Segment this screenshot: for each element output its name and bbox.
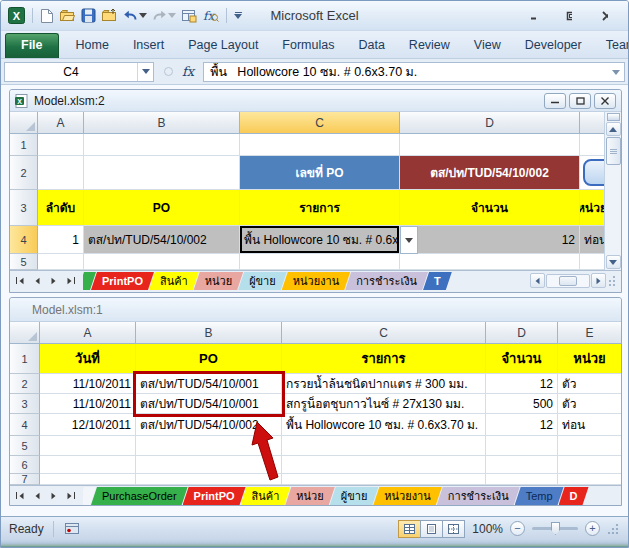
scroll-down-button[interactable] — [606, 255, 621, 269]
cell[interactable] — [38, 134, 84, 156]
previous-sheet-button[interactable] — [30, 273, 45, 288]
cell[interactable] — [136, 456, 282, 474]
row-header-4[interactable]: 4 — [10, 226, 38, 254]
cell[interactable] — [40, 474, 136, 485]
cell-unit[interactable]: ตัว — [558, 374, 621, 394]
open-folder-button[interactable] — [58, 7, 77, 24]
page-break-preview-button[interactable] — [442, 520, 465, 538]
ribbon-tab-review[interactable]: Review — [397, 34, 462, 58]
insert-function-icon[interactable]: fx — [182, 64, 194, 79]
cell[interactable] — [38, 254, 84, 270]
sheet-tab-หน่วยงาน[interactable]: หน่วยงาน — [282, 272, 350, 290]
header-qty[interactable]: จำนวน — [486, 344, 558, 374]
cell[interactable] — [558, 436, 621, 456]
h-scrollbar-track[interactable] — [546, 274, 590, 288]
vertical-scrollbar[interactable] — [604, 112, 621, 270]
cell-unit[interactable]: ท่อน — [558, 414, 621, 436]
column-header-b[interactable]: B — [136, 322, 282, 344]
ribbon-tab-team[interactable]: Team — [594, 34, 629, 58]
cell[interactable] — [136, 474, 282, 485]
select-all-corner[interactable] — [10, 322, 40, 344]
zoom-slider-thumb[interactable] — [551, 522, 560, 535]
sheet-tab-ผู้ขาย[interactable]: ผู้ขาย — [330, 487, 379, 505]
ribbon-tab-data[interactable]: Data — [346, 34, 396, 58]
ribbon-tab-home[interactable]: Home — [64, 34, 121, 58]
cell[interactable] — [486, 456, 558, 474]
cell[interactable] — [580, 134, 604, 156]
zoom-out-button[interactable]: − — [510, 521, 525, 536]
next-sheet-button[interactable] — [46, 273, 61, 288]
column-header-c[interactable]: C — [240, 112, 400, 134]
first-sheet-button[interactable] — [14, 488, 29, 503]
scroll-up-button[interactable] — [606, 122, 621, 136]
cell-date[interactable]: 12/10/2011 — [40, 414, 136, 436]
cell-date[interactable]: 11/10/2011 — [40, 374, 136, 394]
cell[interactable] — [282, 456, 486, 474]
cell[interactable] — [282, 474, 486, 485]
row-header-3[interactable]: 3 — [10, 190, 38, 226]
cell-po[interactable]: ตส/ปท/TUD/54/10/001 — [136, 394, 282, 414]
undo-button[interactable] — [122, 7, 148, 24]
previous-sheet-button[interactable] — [30, 488, 45, 503]
normal-view-button[interactable] — [398, 520, 421, 538]
cell[interactable] — [136, 436, 282, 456]
expand-formula-bar-icon[interactable] — [612, 70, 620, 75]
sheet-tab-การชำระเงิน[interactable]: การชำระเงิน — [345, 272, 428, 290]
po-number-cell[interactable]: ตส/ปท/TUD/54/10/002 — [400, 156, 580, 190]
scroll-left-button[interactable] — [530, 273, 545, 288]
zoom-slider-track[interactable] — [532, 527, 578, 530]
h-scrollbar-thumb[interactable] — [559, 276, 577, 286]
cell[interactable] — [558, 456, 621, 474]
macro-record-button[interactable] — [63, 521, 81, 536]
close-file-button[interactable] — [100, 7, 119, 24]
cell[interactable] — [40, 456, 136, 474]
header-po[interactable]: PO — [84, 190, 240, 226]
header-item[interactable]: รายการ — [240, 190, 400, 226]
cell[interactable] — [84, 254, 240, 270]
po-label-cell[interactable]: เลขที่ PO — [240, 156, 400, 190]
last-sheet-button[interactable] — [62, 273, 77, 288]
column-header-d[interactable]: D — [486, 322, 558, 344]
zoom-level[interactable]: 100% — [472, 522, 503, 536]
ribbon-tab-page-layout[interactable]: Page Layout — [176, 34, 270, 58]
sheet-tab-D[interactable]: D — [559, 487, 589, 505]
child-title-bar[interactable]: X Model.xlsm:2 — [10, 90, 621, 112]
cell-qty[interactable]: 12 — [400, 226, 580, 254]
row-header-6[interactable]: 6 — [10, 456, 40, 474]
cell-date[interactable]: 11/10/2011 — [40, 394, 136, 414]
cell[interactable] — [240, 254, 400, 270]
cell[interactable] — [400, 134, 580, 156]
header-no[interactable]: ลำดับ — [38, 190, 84, 226]
child-close-button[interactable] — [594, 93, 616, 109]
new-document-button[interactable] — [39, 7, 55, 25]
switch-windows-button[interactable] — [180, 7, 198, 24]
sheet-tab-ผู้ขาย[interactable]: ผู้ขาย — [238, 272, 287, 290]
save-button[interactable] — [80, 7, 97, 24]
cell-item[interactable]: กรวยน้ำล้นชนิดปากแตร # 300 มม. — [282, 374, 486, 394]
cell[interactable] — [580, 254, 604, 270]
ribbon-tab-developer[interactable]: Developer — [513, 34, 594, 58]
sheet-tab-สินค้า[interactable]: สินค้า — [241, 487, 291, 505]
cell-qty[interactable]: 500 — [486, 394, 558, 414]
column-header-d[interactable]: D — [400, 112, 580, 134]
cell[interactable] — [84, 134, 240, 156]
sheet-tab-หน่วย[interactable]: หน่วย — [285, 487, 334, 505]
cell[interactable] — [400, 254, 580, 270]
row-header-5[interactable]: 5 — [10, 254, 38, 270]
row-header-5[interactable]: 5 — [10, 436, 40, 456]
scroll-right-button[interactable] — [591, 273, 606, 288]
cell-unit[interactable]: ตัว — [558, 394, 621, 414]
ribbon-tab-file[interactable]: File — [5, 33, 59, 58]
resize-grip-icon[interactable] — [607, 275, 617, 287]
cell-unit[interactable]: ท่อน — [580, 226, 604, 254]
ribbon-tab-view[interactable]: View — [462, 34, 513, 58]
row-header-2[interactable]: 2 — [10, 156, 38, 190]
cell[interactable] — [580, 156, 604, 190]
sheet-tab-สินค้า[interactable]: สินค้า — [149, 272, 199, 290]
undo-dropdown-arrow[interactable] — [139, 13, 147, 18]
next-sheet-button[interactable] — [46, 488, 61, 503]
sheet-tab-PurchaseOrder[interactable]: PurchaseOrder — [91, 487, 188, 505]
sheet-tab-Temp[interactable]: Temp — [515, 487, 564, 505]
row-header-1[interactable]: 1 — [10, 134, 38, 156]
header-date[interactable]: วันที่ — [40, 344, 136, 374]
